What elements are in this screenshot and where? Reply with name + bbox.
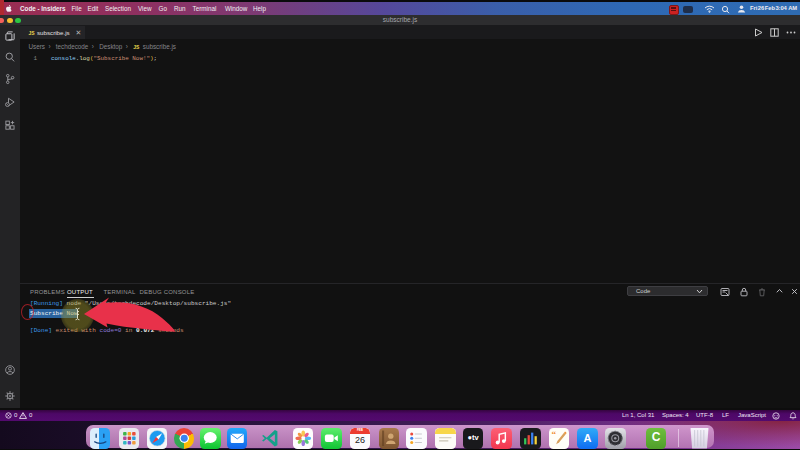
svg-text:“: “ [551,429,556,439]
